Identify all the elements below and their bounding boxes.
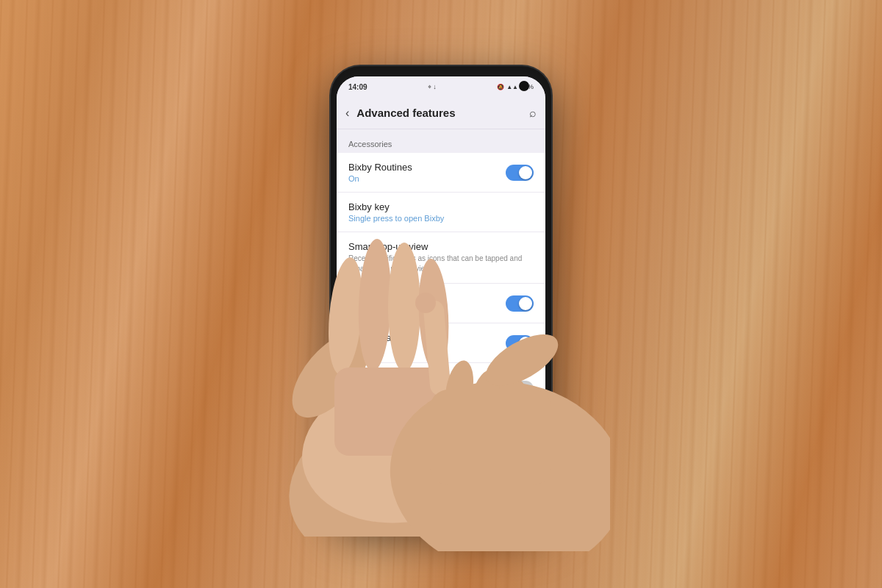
smart-capture-toggle[interactable] (506, 295, 534, 312)
reduce-animations-info: Reduce animations Tone down motion effec… (348, 372, 506, 405)
smart-capture-title: Smart capture (348, 293, 498, 304)
smart-popup-desc: Receive notifications as icons that can … (348, 254, 526, 274)
app-bar: ‹ Advanced features ⌕ (337, 97, 545, 129)
bixby-routines-title: Bixby Routines (348, 162, 498, 173)
status-bar: 14:09 ⌖ ↓ 🔕 ▲▲ 92% (337, 76, 545, 97)
reduce-animations-title: Reduce animations (348, 372, 498, 383)
bixby-key-title: Bixby key (348, 201, 526, 212)
smart-capture-status: On (348, 305, 498, 314)
app-bar-title: Advanced features (356, 107, 529, 119)
phone-wrapper: 14:09 ⌖ ↓ 🔕 ▲▲ 92% ‹ Advanced features ⌕… (331, 66, 551, 522)
direct-share-status: On (348, 345, 498, 354)
reduce-animations-desc: Tone down motion effects on the screen, … (348, 384, 498, 405)
nav-bar: ‹ ○ ||| (337, 485, 545, 512)
motions-gestures-title: Motions and gestures (348, 423, 526, 434)
nav-back-button[interactable]: ‹ (356, 489, 384, 509)
phone-screen: 14:09 ⌖ ↓ 🔕 ▲▲ 92% ‹ Advanced features ⌕… (337, 76, 545, 512)
status-time: 14:09 (348, 83, 368, 91)
direct-share-toggle[interactable] (506, 335, 534, 351)
smart-popup-title: Smart pop-up view (348, 241, 526, 252)
setting-bixby-routines[interactable]: Bixby Routines On (337, 153, 545, 193)
setting-motions-gestures[interactable]: Motions and gestures Manage features rel… (337, 415, 545, 456)
camera-punch-hole (519, 81, 529, 91)
motions-gestures-desc: Manage features related to motions and g… (348, 436, 526, 446)
nav-home-button[interactable]: ○ (424, 489, 453, 509)
back-button[interactable]: ‹ (345, 107, 349, 120)
status-pins: ⌖ ↓ (428, 83, 437, 91)
search-icon[interactable]: ⌕ (529, 107, 537, 120)
toggle-knob (519, 337, 532, 350)
section-header-accessories: Accessories (337, 129, 545, 153)
toggle-knob (507, 382, 520, 395)
motions-gestures-info: Motions and gestures Manage features rel… (348, 423, 534, 446)
reduce-animations-toggle[interactable] (506, 381, 534, 397)
bixby-key-info: Bixby key Single press to open Bixby (348, 201, 534, 223)
smart-popup-info: Smart pop-up view Receive notifications … (348, 241, 534, 274)
mute-icon: 🔕 (497, 84, 504, 90)
direct-share-info: Direct share On (348, 332, 506, 354)
toggle-knob (519, 297, 532, 310)
bixby-routines-status: On (348, 174, 498, 183)
signal-icon: ▲▲ (506, 84, 518, 90)
bixby-routines-toggle[interactable] (506, 165, 534, 181)
phone-body: 14:09 ⌖ ↓ 🔕 ▲▲ 92% ‹ Advanced features ⌕… (331, 66, 551, 522)
smart-capture-info: Smart capture On (348, 293, 506, 314)
toggle-knob (519, 166, 532, 179)
bixby-key-status: Single press to open Bixby (348, 214, 526, 223)
setting-smart-capture[interactable]: Smart capture On (337, 284, 545, 323)
setting-direct-share[interactable]: Direct share On (337, 323, 545, 363)
direct-share-title: Direct share (348, 332, 498, 343)
setting-smart-popup[interactable]: Smart pop-up view Receive notifications … (337, 232, 545, 284)
nav-recents-button[interactable]: ||| (494, 489, 526, 509)
setting-reduce-animations[interactable]: Reduce animations Tone down motion effec… (337, 363, 545, 415)
bixby-routines-info: Bixby Routines On (348, 162, 506, 183)
settings-list: Accessories Bixby Routines On Bixby key (337, 129, 545, 485)
setting-bixby-key[interactable]: Bixby key Single press to open Bixby (337, 193, 545, 232)
